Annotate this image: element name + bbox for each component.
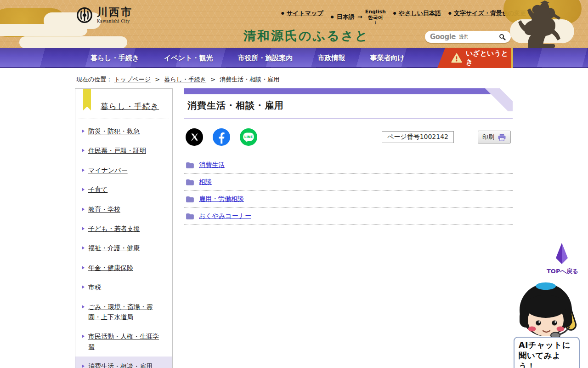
search-provider-logo: Google [430,33,456,41]
sidebar-item-kodomo[interactable]: 子ども・若者支援 [75,219,172,238]
main-navigation: 暮らし・手続き イベント・観光 市役所・施設案内 市政情報 事業者向け いざとい… [0,48,588,68]
language-arrow: → [357,13,362,20]
sidebar-item-bousai[interactable]: 防災・防犯・救急 [75,121,172,141]
city-name: 川西市 [97,7,133,17]
mascot-character [513,282,581,339]
search-icon[interactable] [499,34,506,40]
share-facebook-icon[interactable] [213,128,230,146]
language-current: 日本語 [337,13,355,21]
print-button[interactable]: 印刷 [478,131,511,144]
back-to-top-button[interactable]: TOPへ戻る [547,243,577,276]
list-item: 雇用・労働相談 [184,191,513,208]
folder-icon [186,196,194,202]
page-number-badge: ページ番号1002142 [382,131,454,143]
breadcrumb-section-link[interactable]: 暮らし・手続き [164,76,206,83]
nav-item-kurashi[interactable]: 暮らし・手続き [78,48,152,68]
category-link-sodan[interactable]: 相談 [199,178,212,186]
category-link-koyo[interactable]: 雇用・労働相談 [199,195,244,203]
breadcrumb-current: 消費生活・相談・雇用 [220,76,279,83]
nav-item-event[interactable]: イベント・観光 [152,48,225,68]
share-icons: LINE [186,128,257,146]
folder-icon [186,179,194,185]
sidebar-item-juminhyo[interactable]: 住民票・戸籍・証明 [75,141,172,160]
sidebar-header: 暮らし・手続き [75,89,172,119]
city-name-en: Kawanishi City [97,19,133,23]
cloud-decoration [19,36,127,48]
ai-chat-text-line1: AIチャットに [519,340,576,351]
category-link-list: 消費生活 相談 雇用・労働相談 おくやみコーナー [184,157,513,225]
back-to-top-label: TOPへ戻る [547,267,577,276]
sidebar-item-shizei[interactable]: 市税 [75,277,172,297]
breadcrumb-home-link[interactable]: トップページ [114,76,151,83]
sidebar-menu: 防災・防犯・救急 住民票・戸籍・証明 マイナンバー 子育て 教育・学校 子ども・… [75,119,172,368]
main-content: 消費生活・相談・雇用 LINE [184,88,513,225]
site-slogan: 清和源氏のふるさと [243,28,369,44]
list-item: 相談 [184,174,513,191]
ai-chat-bubble[interactable]: AIチャットに 聞いてみよう！ [514,337,580,368]
page: 川西市 Kawanishi City サイトマップ 日本語 → English … [0,0,588,368]
breadcrumb-separator: > [155,76,160,83]
category-link-shohiseikatsu[interactable]: 消費生活 [199,161,225,169]
search-box[interactable]: Google 提供 [425,31,511,43]
sidebar-item-kosodate[interactable]: 子育て [75,180,172,199]
ai-chat-text-line2: 聞いてみよう！ [519,351,576,368]
nav-item-shiyakusho[interactable]: 市役所・施設案内 [225,48,305,68]
folder-icon [186,162,194,168]
sidebar-item-nenkin[interactable]: 年金・健康保険 [75,258,172,277]
share-x-icon[interactable] [186,128,203,146]
sidebar-title-link[interactable]: 暮らし・手続き [101,102,159,111]
breadcrumb-separator: > [210,76,215,83]
language-options[interactable]: English 한국어 ⋮ [365,9,386,24]
easy-japanese-link[interactable]: やさしい日本語 [393,9,441,17]
sidebar-item-gomi[interactable]: ごみ・環境・斎場・霊園・上下水道局 [75,297,172,327]
list-item: おくやみコーナー [184,208,513,225]
breadcrumb: 現在の位置： トップページ > 暮らし・手続き > 消費生活・相談・雇用 [76,75,279,84]
print-label: 印刷 [482,133,494,141]
city-logo[interactable]: 川西市 Kawanishi City [76,7,133,23]
nav-item-shisei[interactable]: 市政情報 [305,48,357,68]
city-emblem-icon [76,7,93,23]
nav-items: 暮らし・手続き イベント・観光 市役所・施設案内 市政情報 事業者向け [78,48,417,68]
breadcrumb-prefix: 現在の位置： [76,76,112,83]
sitemap-link[interactable]: サイトマップ [281,9,323,17]
language-option-english[interactable]: English [365,9,386,15]
sidebar: 暮らし・手続き 防災・防犯・救急 住民票・戸籍・証明 マイナンバー 子育て 教育… [75,88,173,368]
page-title: 消費生活・相談・雇用 [187,99,513,112]
share-line-icon[interactable]: LINE [240,128,257,146]
emergency-button[interactable]: いざというとき [437,48,511,68]
up-arrow-icon [556,243,568,264]
warning-icon [451,53,462,63]
emergency-label: いざというとき [466,49,511,67]
samurai-statue-image [513,0,568,48]
list-item: 消費生活 [184,157,513,174]
cloud-decoration [0,24,87,36]
sidebar-item-fukushi[interactable]: 福祉・介護・健康 [75,238,172,258]
ai-chat-widget[interactable]: AIチャットに 聞いてみよう！ [513,282,581,368]
category-link-okuyami[interactable]: おくやみコーナー [199,212,251,220]
folder-icon [186,213,194,219]
header-utility-links: サイトマップ 日本語 → English 한국어 ⋮ やさしい日本語 文字サイズ… [281,9,526,24]
meta-row: LINE ページ番号1002142 印刷 [184,128,513,146]
sidebar-item-shimin[interactable]: 市民活動・人権・生涯学習 [75,327,172,356]
site-header: 川西市 Kawanishi City サイトマップ 日本語 → English … [0,0,588,48]
printer-icon [498,133,506,141]
sidebar-item-mynumber[interactable]: マイナンバー [75,161,172,180]
search-provided-label: 提供 [459,34,468,40]
bookmark-icon [83,89,91,110]
nav-gold-divider [511,48,513,68]
language-selector[interactable]: 日本語 → English 한국어 ⋮ [331,9,386,24]
title-separator [184,118,513,119]
sidebar-item-shohi-current[interactable]: 消費生活・相談・雇用 [75,356,172,368]
sidebar-item-kyoiku[interactable]: 教育・学校 [75,200,172,219]
language-more-indicator: ⋮ [373,21,378,24]
svg-text:LINE: LINE [244,135,253,139]
nav-item-jigyosha[interactable]: 事業者向け [357,48,417,68]
